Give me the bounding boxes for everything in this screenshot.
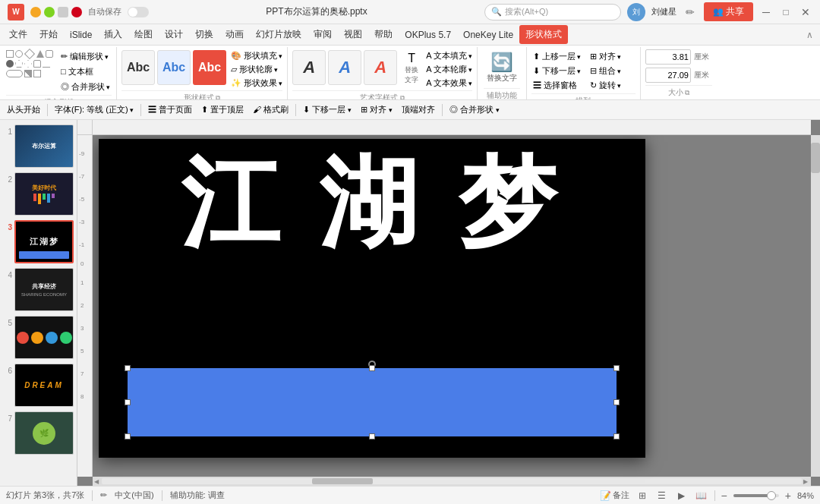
slide-item-7[interactable]: 7 🌿: [3, 411, 74, 455]
ribbon-collapse-btn[interactable]: ∧: [802, 27, 817, 43]
font-selector[interactable]: 字体(F): 等线 (正文) ▾: [51, 102, 137, 117]
width-input[interactable]: [645, 68, 691, 83]
move-up-btn[interactable]: ⬆ 上移一层 ▾: [531, 50, 582, 63]
art-style-3[interactable]: A: [364, 50, 397, 85]
slide-preview-1[interactable]: 布尔运算: [14, 124, 74, 168]
blue-box[interactable]: [128, 368, 617, 436]
slide-item-5[interactable]: 5: [3, 316, 74, 359]
menu-item-animation[interactable]: 动画: [219, 25, 250, 44]
merge-shape-btn[interactable]: ◎ 合并形状 ▾: [59, 80, 112, 93]
menu-item-islide[interactable]: iSlide: [64, 27, 98, 43]
slide-preview-6[interactable]: DREAM: [14, 364, 74, 407]
action-icon-1[interactable]: ✏: [683, 5, 698, 20]
shapes-grid[interactable]: [6, 50, 53, 77]
scrollbar-vertical[interactable]: [811, 135, 820, 477]
menu-item-design[interactable]: 设计: [159, 25, 189, 44]
slide-item-6[interactable]: 6 DREAM: [3, 364, 74, 407]
zoom-slider[interactable]: [733, 494, 779, 497]
menu-item-insert[interactable]: 插入: [98, 25, 128, 44]
shape-effect-btn[interactable]: ✨ 形状效果 ▾: [231, 77, 282, 89]
art-style-2[interactable]: A: [328, 50, 361, 85]
format-painter-btn[interactable]: 🖌 格式刷: [249, 102, 292, 117]
handle-tl[interactable]: [125, 365, 131, 371]
shape-preset-2[interactable]: Abc: [157, 50, 191, 85]
menu-item-home[interactable]: 开始: [33, 25, 64, 44]
menu-item-onekey[interactable]: OneKey Lite: [457, 27, 519, 43]
text-outline-btn[interactable]: A 文本轮廓 ▾: [426, 64, 472, 75]
accessibility-status[interactable]: 辅助功能: 调查: [170, 490, 225, 501]
shape-preset-1[interactable]: Abc: [121, 50, 155, 85]
menu-item-file[interactable]: 文件: [3, 25, 33, 44]
slide-preview-3[interactable]: 江湖梦: [14, 220, 74, 263]
height-input[interactable]: [645, 49, 691, 65]
minimize-button[interactable]: [30, 7, 41, 17]
handle-ml[interactable]: [125, 399, 131, 405]
bring-to-front-btn[interactable]: ⬆ 置于顶层: [197, 102, 248, 117]
window-controls[interactable]: [30, 7, 82, 17]
handle-bc[interactable]: [369, 433, 375, 439]
restore-button[interactable]: [58, 7, 68, 17]
text-effect-btn[interactable]: A 文本效果 ▾: [426, 77, 472, 89]
selection-pane-btn[interactable]: ☰ 选择窗格: [531, 79, 582, 92]
close-button[interactable]: [71, 7, 82, 17]
handle-tr[interactable]: [613, 365, 620, 371]
menu-item-transition[interactable]: 切换: [189, 25, 219, 44]
menu-item-shape-format[interactable]: 形状格式: [519, 25, 568, 44]
view-normal-btn[interactable]: ⊞: [636, 489, 649, 502]
text-fill-btn[interactable]: A 文本填充 ▾: [426, 50, 472, 61]
align-to-page-btn[interactable]: ☰ 普于页面: [144, 102, 196, 117]
align-btn[interactable]: ⊞ 对齐 ▾: [588, 50, 623, 63]
slide-preview-2[interactable]: 美好时代: [14, 172, 74, 216]
shape-preset-3[interactable]: Abc: [193, 50, 226, 85]
view-outline-btn[interactable]: ☰: [655, 489, 669, 502]
zoom-minus-btn[interactable]: −: [721, 490, 727, 502]
menu-item-help[interactable]: 帮助: [368, 25, 399, 44]
start-from-btn[interactable]: 从头开始: [3, 102, 44, 117]
zoom-level[interactable]: 84%: [797, 491, 814, 500]
menu-item-okplus[interactable]: OKPlus 5.7: [399, 27, 457, 43]
art-style-1[interactable]: A: [292, 50, 326, 85]
slide-preview-5[interactable]: [14, 316, 74, 359]
shape-fill-btn[interactable]: 🎨 形状填充 ▾: [231, 50, 282, 61]
replace-text-btn[interactable]: T 替换 文字: [402, 50, 421, 87]
slide-item-3[interactable]: 3 江湖梦: [3, 220, 74, 263]
merge-shapes-sub-btn[interactable]: ◎ 合并形状 ▾: [446, 102, 503, 117]
slide-item-4[interactable]: 4 共享经济 SHARING ECONOMY: [3, 268, 74, 311]
user-avatar[interactable]: 刘: [627, 3, 645, 21]
autosave-toggle[interactable]: [128, 7, 149, 17]
window-min-icon[interactable]: ─: [759, 5, 773, 19]
window-close-icon[interactable]: ✕: [799, 5, 812, 19]
scrollbar-horizontal[interactable]: ◀ ▶: [93, 477, 811, 486]
zoom-plus-btn[interactable]: +: [785, 490, 791, 502]
replace-alt-text-btn[interactable]: 🔄 替换文字: [484, 49, 520, 87]
group-btn[interactable]: ⊟ 组合 ▾: [588, 65, 623, 77]
ribbon: ✏ 编辑形状 ▾ □ 文本框 ◎ 合并形状 ▾ 插入形状 Abc Abc Abc…: [0, 46, 820, 100]
maximize-button[interactable]: [44, 7, 55, 17]
slide-item-2[interactable]: 2 美好时代: [3, 172, 74, 216]
menu-item-review[interactable]: 审阅: [308, 25, 338, 44]
menu-item-slideshow[interactable]: 幻灯片放映: [250, 25, 308, 44]
slide-preview-7[interactable]: 🌿: [14, 411, 74, 455]
move-down-btn[interactable]: ⬇ 下移一层 ▾: [531, 65, 582, 77]
slide-item-1[interactable]: 1 布尔运算: [3, 124, 74, 168]
search-box[interactable]: 🔍 搜索(Alt+Q): [484, 4, 621, 20]
align-sub-btn[interactable]: ⊞ 对齐 ▾: [357, 102, 396, 117]
view-reading-btn[interactable]: 📖: [695, 489, 708, 502]
slide-preview-4[interactable]: 共享经济 SHARING ECONOMY: [14, 268, 74, 311]
shape-outline-btn[interactable]: ▱ 形状轮廓 ▾: [231, 64, 282, 75]
view-slideshow-btn[interactable]: ▶: [675, 489, 689, 502]
send-backward-btn[interactable]: ⬇ 下移一层 ▾: [299, 102, 355, 117]
top-align-btn[interactable]: 顶端对齐: [398, 102, 439, 117]
share-button[interactable]: 👥 共享: [704, 2, 753, 21]
window-max-icon[interactable]: □: [779, 5, 793, 19]
rotate-btn[interactable]: ↻ 旋转 ▾: [588, 79, 623, 92]
menu-item-view[interactable]: 视图: [338, 25, 368, 44]
notes-btn[interactable]: 📝 备注: [600, 490, 629, 501]
handle-br[interactable]: [613, 433, 620, 439]
handle-mr[interactable]: [613, 399, 620, 405]
handle-tc[interactable]: [369, 365, 375, 371]
text-box-btn[interactable]: □ 文本框: [59, 65, 112, 78]
handle-bl[interactable]: [125, 433, 131, 439]
menu-item-draw[interactable]: 绘图: [128, 25, 159, 44]
edit-shape-btn[interactable]: ✏ 编辑形状 ▾: [59, 50, 112, 63]
